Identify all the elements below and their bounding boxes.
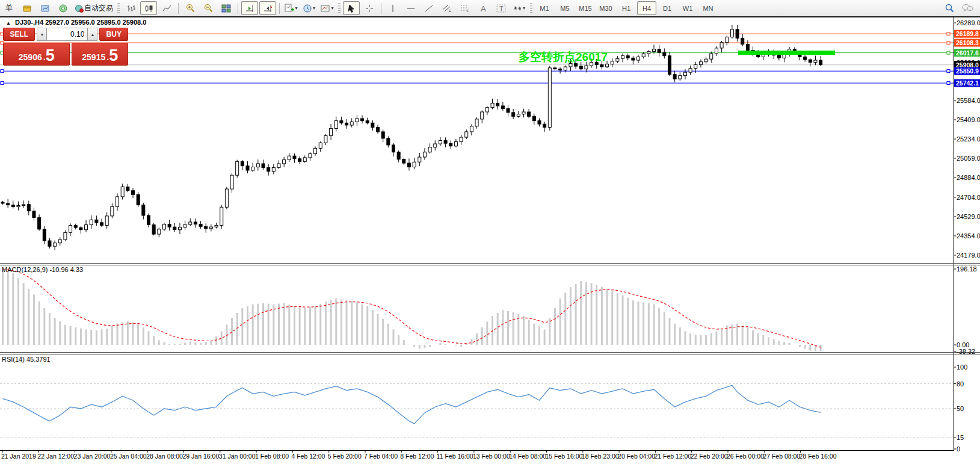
chart-shift-icon[interactable]: [259, 1, 276, 15]
text-tool-icon[interactable]: A: [475, 1, 492, 15]
chat-icon[interactable]: [959, 1, 976, 15]
templates-icon[interactable]: ▾: [319, 1, 336, 15]
price-axis-label: 25234.0: [957, 135, 980, 143]
cursor-icon[interactable]: [343, 1, 360, 15]
navigator-icon[interactable]: [37, 1, 54, 15]
sell-button[interactable]: SELL: [3, 28, 35, 41]
tile-windows-icon[interactable]: [218, 1, 235, 15]
timeframe-m15-button[interactable]: M15: [576, 1, 595, 15]
svg-text:E: E: [449, 9, 451, 13]
search-icon[interactable]: [941, 1, 958, 15]
trendline-tool-icon[interactable]: [421, 1, 437, 15]
price-line-label: 25742.1: [956, 79, 979, 87]
toolbar-drag-handle[interactable]: [117, 3, 120, 14]
line-handle[interactable]: [947, 32, 950, 36]
zoom-out-icon[interactable]: [200, 1, 217, 15]
chevron-down-icon: ▾: [523, 5, 525, 11]
timeframe-m30-button[interactable]: M30: [596, 1, 615, 15]
time-axis-label: 18 Feb 23:00: [582, 453, 619, 460]
toolbar-separator: [279, 3, 280, 14]
new-order-button[interactable]: 单: [1, 1, 17, 15]
line-handle[interactable]: [947, 70, 950, 73]
chart-candles-icon[interactable]: [140, 1, 157, 15]
indicators-icon[interactable]: ▾: [283, 1, 300, 15]
trading-platform-window: { "toolbar": { "new_order_label": "单", "…: [0, 0, 980, 464]
rsi-axis-label: 15: [957, 434, 964, 441]
line-handle[interactable]: [947, 42, 950, 45]
horizontal-line-tool-icon[interactable]: [402, 1, 419, 15]
sell-price-display[interactable]: 25906.5: [3, 43, 70, 66]
svg-text:F: F: [467, 9, 469, 13]
arrows-tool-icon[interactable]: ▾: [511, 1, 528, 15]
chart-line-icon[interactable]: [158, 1, 175, 15]
time-axis-label: 7 Feb 04:00: [364, 453, 398, 460]
rsi-axis-label: 100: [957, 363, 967, 371]
lot-increase-button[interactable]: ▲: [87, 28, 97, 41]
timeframe-h4-button[interactable]: H4: [637, 1, 656, 15]
new-order-label: 单: [5, 3, 13, 13]
green-highlight-band[interactable]: [738, 51, 835, 55]
rsi-axis-label: 80: [957, 380, 964, 388]
buy-price-int: 25915: [82, 51, 105, 63]
time-axis-label: 28 Feb 16:00: [800, 453, 837, 460]
turning-point-annotation[interactable]: 多空转折点26017: [519, 51, 608, 63]
time-axis-label: 27 Feb 08:00: [763, 453, 800, 460]
buy-price-fraction: 5: [109, 48, 118, 63]
fibonacci-tool-icon[interactable]: F: [457, 1, 473, 15]
ohlc-values: 25927.0 25956.0 25895.0 25908.0: [45, 19, 146, 26]
price-axis-label: 25584.0: [957, 97, 980, 104]
vertical-line-tool-icon[interactable]: [384, 1, 401, 15]
toolbar-drag-handle[interactable]: [338, 3, 341, 14]
timeframe-m5-button[interactable]: M5: [555, 1, 575, 15]
zoom-in-icon[interactable]: [182, 1, 199, 15]
text-label-tool-icon[interactable]: T: [493, 1, 510, 15]
price-axis-label: 24529.0: [957, 213, 980, 220]
price-axis-label: 24354.0: [957, 232, 980, 240]
collapse-triangle-icon[interactable]: ▲: [6, 20, 11, 26]
crosshair-icon[interactable]: [361, 1, 378, 15]
buy-price-display[interactable]: 25915.5: [72, 43, 128, 66]
symbol-timeframe: DJ30-,H4: [15, 19, 43, 26]
chevron-down-icon: ▾: [313, 5, 315, 11]
toolbar-separator: [381, 3, 381, 14]
line-handle[interactable]: [1, 82, 4, 85]
rsi-axis-label: 50: [957, 405, 964, 412]
lot-decrease-button[interactable]: ▼: [37, 28, 47, 41]
line-handle[interactable]: [947, 82, 950, 85]
timeframe-w1-button[interactable]: W1: [678, 1, 697, 15]
periods-icon[interactable]: ▾: [301, 1, 318, 15]
macd-indicator-label: MACD(12,26,9) -10.96 4.33: [2, 266, 83, 273]
time-axis-label: 5 Feb 20:00: [328, 453, 362, 460]
svg-text:A: A: [481, 4, 486, 13]
price-line-label: 25850.9: [956, 67, 979, 75]
macd-pane: [3, 270, 821, 351]
one-click-trading-panel: SELL ▼ ▲ BUY 25906.5 25915.5: [3, 28, 128, 66]
toolbar-drag-handle[interactable]: [530, 3, 532, 14]
time-axis-label: 25 Jan 04:00: [110, 453, 147, 460]
auto-scroll-icon[interactable]: [241, 1, 258, 15]
timeframe-d1-button[interactable]: D1: [658, 1, 677, 15]
chevron-down-icon: ▾: [331, 5, 333, 11]
price-line-label: 26189.8: [956, 30, 979, 37]
timeframe-mn-button[interactable]: MN: [698, 1, 718, 15]
line-handle[interactable]: [947, 51, 950, 54]
timeframe-h1-button[interactable]: H1: [617, 1, 636, 15]
chart-bars-icon[interactable]: [122, 1, 139, 15]
lot-size-input[interactable]: [47, 28, 87, 41]
toolbar-separator: [238, 3, 238, 14]
buy-button[interactable]: BUY: [99, 28, 128, 41]
time-axis-label: 1 Feb 08:00: [255, 453, 289, 460]
time-axis-label: 28 Jan 08:00: [146, 453, 183, 460]
chart-canvas[interactable]: 多空转折点26017 26289.025929.025584.025409.02…: [0, 0, 980, 464]
equidistant-channel-tool-icon[interactable]: E: [439, 1, 455, 15]
sell-price-int: 25906: [19, 51, 42, 63]
price-axis-label: 26289.0: [957, 19, 980, 26]
autotrading-button[interactable]: 自动交易: [73, 1, 115, 15]
timeframe-m1-button[interactable]: M1: [535, 1, 554, 15]
line-handle[interactable]: [1, 70, 4, 73]
price-axis-label: 24179.0: [957, 252, 980, 259]
time-axis-label: 31 Jan 00:00: [219, 453, 256, 460]
terminal-icon[interactable]: [55, 1, 72, 15]
chart-title: ▲ DJ30-,H4 25927.0 25956.0 25895.0 25908…: [6, 19, 146, 26]
market-watch-icon[interactable]: [19, 1, 35, 15]
